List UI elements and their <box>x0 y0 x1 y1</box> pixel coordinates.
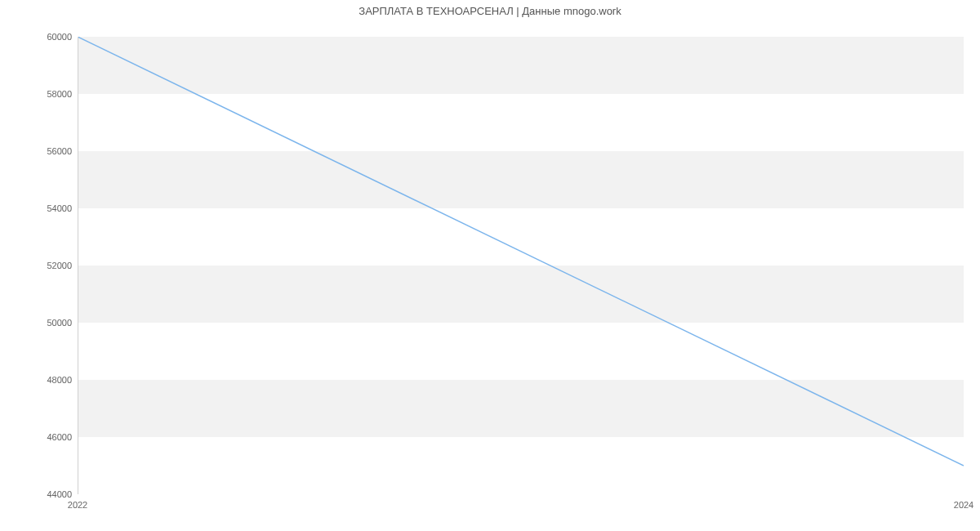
plot-area <box>78 37 964 494</box>
y-tick-label: 52000 <box>7 261 72 270</box>
x-tick-label: 2022 <box>68 500 87 510</box>
y-tick-label: 56000 <box>7 146 72 156</box>
x-tick-label: 2024 <box>954 500 973 510</box>
y-tick-label: 60000 <box>7 32 72 42</box>
y-tick-label: 54000 <box>7 203 72 213</box>
y-tick-label: 48000 <box>7 375 72 385</box>
y-tick-label: 46000 <box>7 432 72 442</box>
series-line <box>78 37 964 466</box>
chart-title: ЗАРПЛАТА В ТЕХНОАРСЕНАЛ | Данные mnogo.w… <box>0 5 980 17</box>
salary-chart: ЗАРПЛАТА В ТЕХНОАРСЕНАЛ | Данные mnogo.w… <box>0 0 980 531</box>
y-axis-line <box>78 37 78 494</box>
y-tick-label: 44000 <box>7 489 72 499</box>
y-tick-label: 50000 <box>7 318 72 328</box>
line-layer <box>78 37 964 494</box>
y-tick-label: 58000 <box>7 89 72 99</box>
